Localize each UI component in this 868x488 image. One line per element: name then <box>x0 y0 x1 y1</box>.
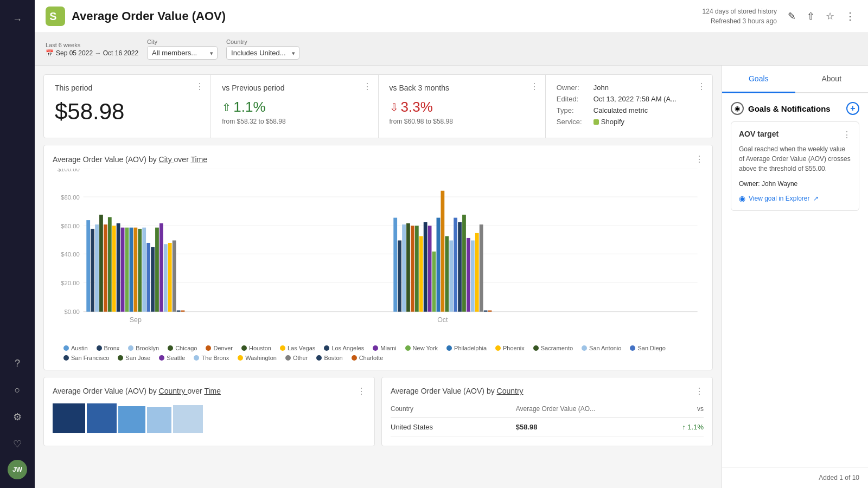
bell-icon[interactable]: ♡ <box>8 433 27 455</box>
legend-dot <box>63 345 69 351</box>
country-label: Country <box>226 38 299 45</box>
header-actions: ✎ ⇧ ☆ ⋮ <box>786 8 857 24</box>
legend-dot <box>324 345 329 351</box>
col-country: Country <box>391 405 516 413</box>
panel-footer: Added 1 of 10 <box>722 467 868 488</box>
time-dim-link[interactable]: Time <box>204 387 221 395</box>
owner-name: John Wayne <box>762 180 797 188</box>
vs-back-label: vs Back 3 months <box>390 84 534 92</box>
shopify-icon <box>593 119 599 125</box>
external-link-icon: ↗ <box>813 195 819 202</box>
table-header: Country Average Order Value (AO... vs <box>391 401 704 418</box>
this-period-menu[interactable]: ⋮ <box>195 81 204 92</box>
legend-dot <box>373 345 378 351</box>
svg-rect-23 <box>121 228 125 312</box>
chart-menu[interactable]: ⋮ <box>695 154 704 164</box>
legend-dot <box>280 345 285 351</box>
legend-dot <box>128 345 133 351</box>
mini-bar-5 <box>173 405 203 433</box>
vs-previous-change: ⇧ 1.1% <box>222 99 367 115</box>
svg-rect-19 <box>104 224 107 312</box>
sidebar-toggle[interactable]: → <box>7 9 28 31</box>
legend-item: Los Angeles <box>324 345 364 351</box>
type-label: Type: <box>557 106 589 114</box>
legend-dot <box>316 355 322 361</box>
svg-rect-55 <box>462 215 466 312</box>
country-table-menu[interactable]: ⋮ <box>695 386 704 396</box>
share-button[interactable]: ⇧ <box>805 8 817 24</box>
svg-rect-20 <box>108 217 112 311</box>
add-goal-button[interactable]: + <box>846 102 859 115</box>
svg-rect-32 <box>159 223 163 312</box>
service-value: Shopify <box>593 118 624 126</box>
city-label: City <box>147 38 218 45</box>
vs-back-from: from $60.98 to $58.98 <box>390 118 534 125</box>
svg-rect-50 <box>441 191 444 312</box>
content-area: ⋮ This period $58.98 ⋮ vs Previous perio… <box>35 66 868 488</box>
tab-goals[interactable]: Goals <box>722 66 795 93</box>
vs-previous-menu[interactable]: ⋮ <box>363 81 372 92</box>
country-select-wrapper[interactable]: Includes United... <box>226 46 299 60</box>
svg-rect-51 <box>445 236 449 312</box>
svg-rect-30 <box>151 247 155 312</box>
legend-item: The Bronx <box>194 355 229 361</box>
svg-rect-49 <box>437 218 441 312</box>
legend-item: Las Vegas <box>280 345 315 351</box>
palette-icon[interactable]: ○ <box>9 379 26 401</box>
legend-item: Seattle <box>159 355 185 361</box>
country-dim-link[interactable]: Country <box>159 387 188 395</box>
main-chart: Average Order Value (AOV) by City over T… <box>43 145 713 370</box>
legend-item: Sacramento <box>533 345 573 351</box>
vs-previous-label: vs Previous period <box>222 84 367 92</box>
mini-bar-4 <box>147 407 171 433</box>
date-filter: Last 6 weeks 📅 Sep 05 2022 → Oct 16 2022 <box>46 42 138 57</box>
header: S Average Order Value (AOV) 124 days of … <box>35 0 868 33</box>
shopify-logo: S <box>46 7 65 26</box>
this-period-value: $58.98 <box>55 99 200 125</box>
svg-rect-34 <box>168 243 172 312</box>
tab-about[interactable]: About <box>795 66 869 93</box>
country-time-menu[interactable]: ⋮ <box>357 386 366 396</box>
view-goal-link[interactable]: ◉ View goal in Explorer ↗ <box>739 194 851 203</box>
country-filter: Country Includes United... <box>226 38 299 60</box>
legend-item: San Jose <box>118 355 150 361</box>
svg-rect-29 <box>146 243 150 312</box>
date-range[interactable]: 📅 Sep 05 2022 → Oct 16 2022 <box>46 49 138 57</box>
svg-text:$80.00: $80.00 <box>61 194 80 201</box>
legend-dot <box>238 355 243 361</box>
type-value: Calculated metric <box>593 106 648 114</box>
favorite-button[interactable]: ☆ <box>824 8 837 24</box>
country-table-dim-link[interactable]: Country <box>497 387 524 395</box>
legend-item: Bronx <box>97 345 120 351</box>
chart-legend: AustinBronxBrooklynChicagoDenverHoustonL… <box>53 345 704 361</box>
goal-card: AOV target ⋮ Goal reached when the weekl… <box>731 121 859 211</box>
edit-button[interactable]: ✎ <box>786 8 798 24</box>
country-table-chart: Average Order Value (AOV) by Country ⋮ C… <box>381 377 713 446</box>
vs-back-menu[interactable]: ⋮ <box>530 81 539 92</box>
svg-text:$0.00: $0.00 <box>65 309 80 315</box>
country-select[interactable]: Includes United... <box>226 46 299 60</box>
time-dimension-link[interactable]: Time <box>190 155 207 164</box>
info-menu[interactable]: ⋮ <box>697 81 706 92</box>
help-icon[interactable]: ? <box>9 352 25 375</box>
svg-rect-57 <box>471 240 475 311</box>
svg-rect-33 <box>164 244 168 312</box>
country-time-header: Average Order Value (AOV) by Country ove… <box>53 386 366 396</box>
more-button[interactable]: ⋮ <box>843 8 857 24</box>
svg-rect-60 <box>484 310 488 311</box>
chart-title: Average Order Value (AOV) by City over T… <box>53 155 207 164</box>
svg-rect-39 <box>393 218 397 312</box>
avatar[interactable]: JW <box>8 460 27 479</box>
legend-dot <box>159 355 164 361</box>
city-dimension-link[interactable]: City <box>159 155 174 164</box>
legend-item: Denver <box>206 345 232 351</box>
up-arrow-icon: ⇧ <box>222 101 231 114</box>
legend-dot <box>495 345 501 351</box>
country-time-title: Average Order Value (AOV) by Country ove… <box>53 387 221 395</box>
city-select[interactable]: All members... <box>147 46 218 60</box>
settings-icon[interactable]: ⚙ <box>8 406 27 428</box>
svg-rect-37 <box>181 310 185 311</box>
city-select-wrapper[interactable]: All members... <box>147 46 218 60</box>
vs-back-pct: 3.3% <box>401 99 433 115</box>
goal-menu[interactable]: ⋮ <box>843 130 851 140</box>
